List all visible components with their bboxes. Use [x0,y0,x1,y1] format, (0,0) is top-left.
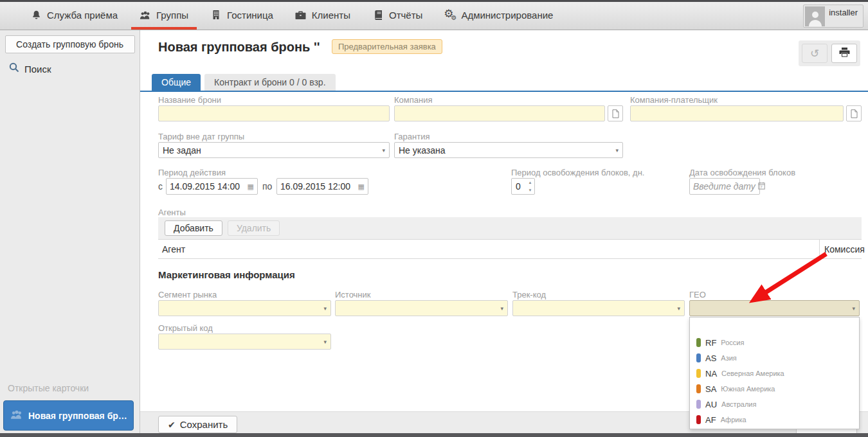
open-code-label: Открытый код [158,323,213,333]
geo-option-sa[interactable]: SA Южная Америка [690,381,859,397]
user-name: installer [829,6,862,17]
users-icon [10,409,23,422]
briefcase-icon [295,10,307,20]
geo-option-af[interactable]: AF Африка [690,412,859,427]
payer-company-lookup-button[interactable] [846,105,862,121]
create-group-booking-button[interactable]: Создать групповую бронь [5,35,135,53]
chevron-down-icon: ▾ [677,305,680,312]
market-segment-label: Сегмент рынка [158,290,217,299]
history-button[interactable]: ↺ [802,44,827,63]
avatar [805,6,825,26]
geo-option-rf[interactable]: RF Россия [690,335,859,350]
source-select[interactable]: ▾ [335,300,508,316]
avatar-person-icon [808,10,823,26]
nav-item-label: Группы [156,10,188,21]
company-input[interactable] [394,105,605,121]
color-pill [696,400,701,409]
tab-general[interactable]: Общие [152,74,201,91]
sidebar: Создать групповую бронь Поиск Открытые к… [0,30,140,437]
building-icon [210,10,222,20]
save-button[interactable]: ✔ Сохранить [158,416,237,433]
tab-contract-bookings[interactable]: Контракт и брони 0 / 0 взр. [204,74,336,91]
geo-option-au[interactable]: AU Австралия [690,397,859,412]
tab-underline [140,91,868,92]
geo-option-empty[interactable] [690,317,859,335]
payer-company-label: Компания-плательщик [630,95,718,105]
color-pill [696,369,701,378]
source-label: Источник [335,290,371,299]
user-menu[interactable]: installer [803,4,863,28]
geo-label: ГЕО [689,290,706,299]
gears-icon: ⚙⚙ [444,10,456,20]
color-pill [696,353,701,362]
guarantee-select[interactable]: Не указана ▾ [394,142,623,158]
track-code-select[interactable]: ▾ [512,300,685,316]
users-icon [140,10,151,20]
window-frame-bottom [0,433,868,437]
grid-calendar-icon[interactable]: ▦ [358,183,365,190]
track-code-label: Трек-код [512,290,546,299]
release-date-input[interactable]: Введите дату 7 [689,178,760,195]
guarantee-label: Гарантия [394,132,429,141]
tariff-select[interactable]: Не задан ▾ [158,142,390,158]
nav-item-reports[interactable]: Отчёты [361,0,433,30]
nav-item-administration[interactable]: ⚙⚙ Администрирование [433,0,564,30]
grid-calendar-icon[interactable]: ▦ [248,183,254,190]
nav-item-label: Администрирование [461,10,553,21]
window-frame-top [0,0,868,2]
geo-dropdown-list: RF Россия AS Азия NA Северная Америка SA… [689,317,860,429]
chevron-down-icon: ▾ [323,305,327,312]
nav-item-clients[interactable]: Клиенты [284,0,361,30]
release-period-label: Период освобождения блоков, дн. [511,168,644,177]
geo-select[interactable]: ▾ [689,300,860,316]
chevron-down-icon: ▾ [615,147,619,154]
open-card-title: Новая групповая брон... [28,411,128,421]
print-button[interactable] [831,44,857,63]
color-pill [696,384,701,393]
main-content: Новая групповая бронь '' Предварительная… [140,30,868,437]
market-segment-select[interactable]: ▾ [158,300,331,316]
column-header-agent: Агент [158,244,819,254]
column-header-commission: Комиссия [819,240,862,258]
nav-item-label: Клиенты [312,10,350,21]
stepper-up-icon[interactable]: ▲ [526,179,534,186]
svg-text:7: 7 [760,185,763,189]
nav-item-label: Гостиница [227,10,273,21]
check-icon: ✔ [168,420,176,430]
book-icon [372,10,384,20]
period-to-input[interactable]: 16.09.2015 12:00 ▦ [276,178,368,195]
release-period-stepper[interactable]: 0 ▲ ▼ [511,178,535,195]
open-code-select[interactable]: ▾ [158,334,331,350]
period-from-input[interactable]: 14.09.2015 14:00 ▦ [166,178,258,195]
geo-option-na[interactable]: NA Северная Америка [690,366,859,381]
calendar-icon[interactable]: 7 [758,182,765,191]
company-lookup-button[interactable] [608,105,623,121]
nav-item-front-desk[interactable]: Служба приёма [19,0,129,30]
agents-label: Агенты [158,208,186,217]
chevron-down-icon: ▾ [323,339,327,345]
status-badge: Предварительная заявка [332,39,442,54]
file-icon [851,109,858,118]
booking-name-input[interactable] [158,105,390,121]
header-actions: ↺ [799,40,860,66]
open-cards-label: Открытые карточки [8,383,89,393]
period-to-prefix: по [262,178,272,195]
page-title: Новая групповая бронь '' [158,40,320,54]
nav-item-hotel[interactable]: Гостиница [199,0,284,30]
delete-agent-button[interactable]: Удалить [228,220,280,236]
color-pill [696,338,701,347]
period-label: Период действия [158,168,226,177]
nav-item-groups[interactable]: Группы [129,0,199,30]
open-card-new-group-booking[interactable]: Новая групповая брон... [3,400,134,431]
nav-item-label: Служба приёма [47,10,118,21]
booking-name-label: Название брони [158,95,221,105]
chevron-down-icon: ▾ [852,305,855,312]
nav-item-label: Отчёты [389,10,422,21]
payer-company-input[interactable] [630,105,844,121]
sidebar-item-search[interactable]: Поиск [9,62,140,75]
add-agent-button[interactable]: Добавить [165,220,222,236]
geo-option-as[interactable]: AS Азия [690,350,859,366]
chevron-down-icon: ▾ [382,147,385,154]
tab-bar: Общие Контракт и брони 0 / 0 взр. [152,74,336,91]
stepper-down-icon[interactable]: ▼ [526,186,534,194]
